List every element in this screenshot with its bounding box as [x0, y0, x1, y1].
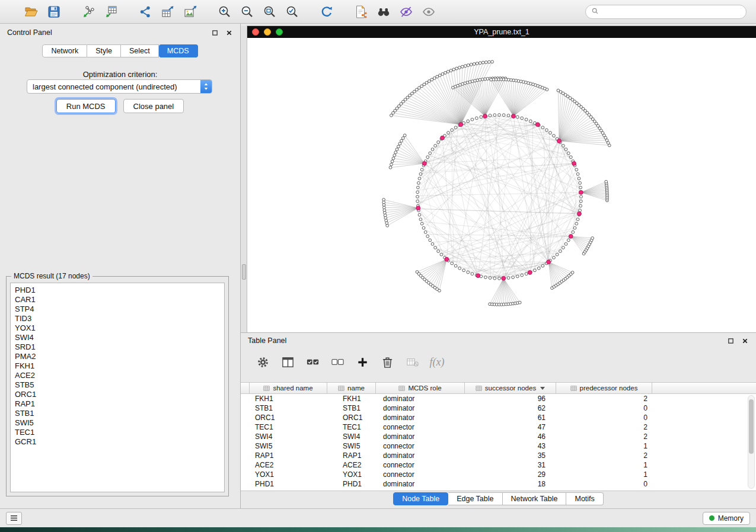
table-row[interactable]: ORC1ORC1dominator610 [241, 413, 756, 422]
mcds-result-item[interactable]: STB1 [15, 409, 224, 418]
network-node[interactable] [444, 72, 447, 75]
network-node[interactable] [481, 61, 484, 64]
network-node[interactable] [541, 126, 544, 129]
apply-layout-button[interactable] [318, 3, 336, 21]
network-node[interactable] [525, 118, 528, 121]
table-tab-motifs[interactable]: Motifs [566, 492, 603, 505]
network-node[interactable] [575, 222, 578, 225]
table-tab-node-table[interactable]: Node Table [393, 492, 448, 505]
network-node[interactable] [467, 64, 470, 67]
network-node[interactable] [398, 142, 401, 145]
network-hub-node[interactable] [547, 260, 551, 264]
network-node[interactable] [431, 148, 434, 151]
create-column-button[interactable] [355, 354, 370, 370]
network-node[interactable] [571, 271, 574, 274]
network-node[interactable] [418, 213, 421, 216]
network-node[interactable] [490, 78, 493, 81]
network-node[interactable] [489, 277, 492, 280]
close-table-panel-icon[interactable] [741, 337, 749, 345]
network-window-titlebar[interactable]: YPA_prune.txt_1 [247, 26, 756, 38]
run-mcds-button[interactable]: Run MCDS [56, 99, 116, 113]
network-node[interactable] [518, 301, 521, 304]
mcds-result-item[interactable]: SWI4 [15, 333, 224, 342]
network-node[interactable] [434, 246, 437, 249]
column-header-shared-name[interactable]: shared name [249, 383, 327, 393]
network-hub-node[interactable] [557, 139, 562, 143]
column-header-name[interactable]: name [327, 383, 376, 393]
network-node[interactable] [451, 129, 454, 132]
network-node[interactable] [452, 68, 455, 71]
network-node[interactable] [485, 61, 488, 64]
mcds-result-item[interactable]: ACE2 [15, 371, 224, 380]
network-node[interactable] [525, 273, 528, 275]
table-settings-button[interactable] [255, 354, 270, 370]
network-node[interactable] [489, 114, 492, 117]
network-hub-node[interactable] [423, 162, 427, 166]
mcds-result-item[interactable]: GCR1 [15, 437, 224, 447]
network-node[interactable] [454, 264, 457, 267]
status-menu-button[interactable] [6, 512, 22, 525]
network-hub-node[interactable] [445, 257, 449, 261]
window-minimize-button[interactable] [264, 28, 271, 36]
network-node[interactable] [447, 132, 450, 134]
network-node[interactable] [564, 148, 567, 151]
network-node[interactable] [419, 172, 422, 175]
search-network-button[interactable] [375, 3, 393, 21]
network-node[interactable] [436, 75, 439, 78]
network-node[interactable] [400, 139, 403, 142]
network-node[interactable] [567, 239, 570, 242]
tab-network[interactable]: Network [42, 44, 87, 57]
network-node[interactable] [493, 114, 496, 117]
zoom-in-button[interactable] [216, 3, 234, 21]
network-canvas[interactable] [247, 38, 756, 332]
network-node[interactable] [417, 182, 420, 185]
network-node[interactable] [579, 209, 582, 212]
network-node[interactable] [541, 264, 544, 267]
window-maximize-button[interactable] [276, 28, 283, 36]
optimization-criterion-dropdown[interactable]: largest connected component (undirected) [27, 79, 212, 94]
network-node[interactable] [529, 120, 532, 123]
column-header-successor-nodes[interactable]: successor nodes [465, 383, 556, 393]
network-node[interactable] [397, 145, 400, 148]
network-node[interactable] [391, 160, 394, 163]
network-node[interactable] [493, 277, 496, 280]
mcds-result-item[interactable]: SWI5 [15, 418, 224, 428]
table-scrollbar-thumb[interactable] [749, 399, 754, 454]
network-hub-node[interactable] [535, 123, 540, 127]
network-node[interactable] [580, 196, 583, 198]
network-node[interactable] [475, 117, 478, 120]
network-node[interactable] [455, 67, 458, 70]
mcds-result-item[interactable]: STP4 [15, 305, 224, 314]
network-node[interactable] [458, 66, 461, 69]
network-hub-node[interactable] [459, 123, 463, 127]
network-hub-node[interactable] [512, 114, 516, 118]
import-table-button[interactable] [102, 3, 120, 21]
export-document-button[interactable] [352, 3, 370, 21]
zoom-fit-button[interactable] [261, 3, 279, 21]
network-node[interactable] [437, 141, 440, 144]
network-node[interactable] [579, 200, 582, 203]
network-node[interactable] [579, 182, 582, 185]
table-tab-edge-table[interactable]: Edge Table [448, 492, 502, 505]
network-node[interactable] [464, 65, 467, 68]
export-network-button[interactable] [136, 3, 154, 21]
network-node[interactable] [556, 253, 559, 256]
network-node[interactable] [471, 273, 474, 275]
mcds-result-item[interactable]: STB5 [15, 380, 224, 390]
network-node[interactable] [557, 89, 560, 92]
network-hub-node[interactable] [416, 206, 420, 210]
network-node[interactable] [476, 62, 479, 65]
search-input[interactable] [602, 8, 741, 16]
network-node[interactable] [467, 120, 470, 123]
network-node[interactable] [440, 253, 443, 256]
table-row[interactable]: TEC1TEC1connector472 [241, 422, 756, 432]
network-node[interactable] [521, 274, 524, 277]
hide-graphics-details-button[interactable] [397, 3, 415, 21]
network-node[interactable] [576, 218, 579, 221]
network-node[interactable] [418, 177, 421, 180]
zoom-selected-button[interactable] [283, 3, 301, 21]
close-panel-icon[interactable] [225, 29, 233, 37]
network-node[interactable] [553, 257, 556, 259]
network-node[interactable] [488, 60, 491, 63]
network-node[interactable] [507, 114, 510, 117]
